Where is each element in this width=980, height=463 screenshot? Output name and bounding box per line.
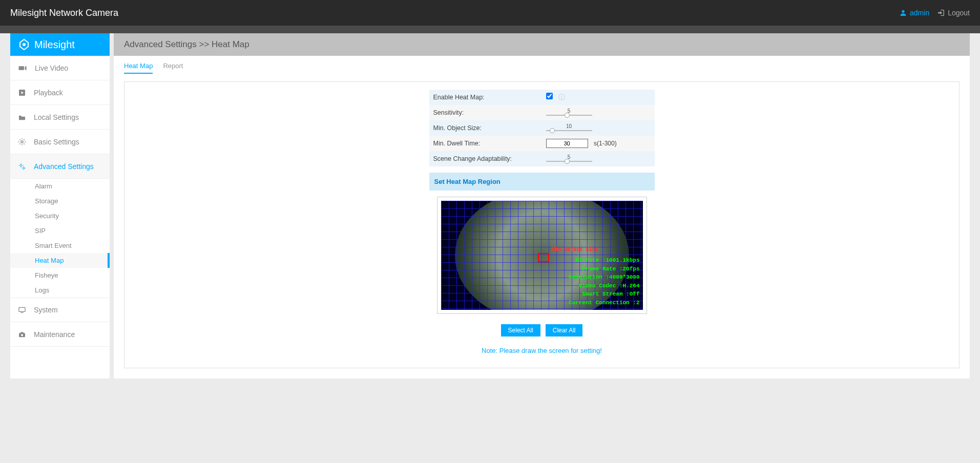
logout-label: Logout — [948, 9, 970, 17]
username-label: admin — [910, 9, 929, 17]
user-icon — [899, 9, 907, 17]
sidebar-subitems: Alarm Storage Security SIP Smart Event H… — [10, 179, 110, 298]
info-icon[interactable]: ⓘ — [558, 93, 565, 101]
svg-point-0 — [902, 10, 904, 13]
sidebar-item-advanced-settings[interactable]: Advanced Settings — [10, 154, 110, 179]
scene-change-slider[interactable]: 5 — [546, 156, 592, 162]
slider-value: 10 — [566, 123, 572, 129]
monitor-icon — [18, 306, 26, 313]
sidebar-item-label: Local Settings — [34, 113, 79, 121]
svg-rect-13 — [20, 332, 23, 333]
section-header: Set Heat Map Region — [429, 173, 655, 191]
sidebar-subitem-label: Security — [35, 212, 59, 220]
header-right: admin Logout — [899, 9, 970, 17]
svg-rect-2 — [19, 66, 25, 70]
sidebar-subitem-label: Storage — [35, 197, 58, 205]
unit-label: s(1-300) — [594, 140, 617, 147]
sidebar-subitem-security[interactable]: Security — [10, 208, 110, 223]
sidebar-item-maintenance[interactable]: Maintenance — [10, 322, 110, 347]
svg-point-12 — [21, 334, 23, 336]
sidebar-item-label: Advanced Settings — [34, 162, 94, 171]
sidebar-subitem-sip[interactable]: SIP — [10, 223, 110, 238]
app-title: Milesight Network Camera — [10, 8, 118, 18]
sidebar-subitem-logs[interactable]: Logs — [10, 283, 110, 298]
label-min-object: Min. Object Size: — [429, 120, 542, 136]
gear-icon — [18, 138, 26, 146]
sidebar-item-local-settings[interactable]: Local Settings — [10, 105, 110, 130]
sidebar-subitem-label: Smart Event — [35, 242, 72, 249]
note-text: Note: Please draw the screen for setting… — [135, 347, 949, 354]
slider-thumb[interactable] — [565, 113, 570, 118]
osd-bitrate: Bitrate :1001.1kbps — [569, 256, 640, 265]
video-camera-icon — [18, 65, 27, 72]
sidebar-item-live-video[interactable]: Live Video — [10, 56, 110, 80]
settings-panel: Enable Heat Map: ⓘ Sensitivity: 5 — [124, 81, 960, 368]
row-sensitivity: Sensitivity: 5 — [429, 105, 655, 120]
sidebar-subitem-label: Heat Map — [35, 257, 64, 264]
sidebar-item-label: Playback — [34, 89, 63, 97]
camera-icon — [18, 331, 26, 338]
osd-resolution: Resolution :4000*3000 — [569, 273, 640, 282]
sidebar-item-label: Live Video — [35, 64, 68, 72]
osd-smart: Smart Stream :Off — [569, 290, 640, 299]
sidebar-item-playback[interactable]: Playback — [10, 80, 110, 105]
tab-report[interactable]: Report — [163, 62, 183, 74]
folder-icon — [18, 114, 26, 121]
logo-text: Milesight — [34, 39, 75, 51]
row-scene-change: Scene Change Adaptability: 5 — [429, 151, 655, 166]
osd-framerate: Frame Rate :20fps — [569, 265, 640, 273]
sidebar-subitem-label: Fisheye — [35, 271, 58, 279]
sidebar: Milesight Live Video Playback Local Sett… — [10, 33, 110, 378]
heat-map-region-canvas[interactable]: Min Object Size Bitrate :1001.1kbps Fram… — [441, 201, 643, 310]
osd-red-label: Min Object Size — [552, 246, 598, 252]
content-body: Heat Map Report Enable Heat Map: ⓘ Sensi… — [114, 56, 970, 378]
min-dwell-input[interactable] — [546, 139, 588, 148]
svg-rect-9 — [19, 307, 25, 311]
sidebar-item-system[interactable]: System — [10, 298, 110, 322]
row-enable-heat-map: Enable Heat Map: ⓘ — [429, 90, 655, 105]
separator-bar — [0, 26, 980, 33]
sidebar-subitem-storage[interactable]: Storage — [10, 194, 110, 208]
sidebar-subitem-label: Logs — [35, 286, 49, 294]
preview-box: Min Object Size Bitrate :1001.1kbps Fram… — [437, 197, 647, 314]
tabs: Heat Map Report — [124, 62, 960, 74]
sidebar-subitem-label: Alarm — [35, 182, 52, 190]
label-enable: Enable Heat Map: — [429, 90, 542, 105]
sidebar-item-label: System — [34, 306, 58, 314]
sidebar-subitem-alarm[interactable]: Alarm — [10, 179, 110, 194]
user-link[interactable]: admin — [899, 9, 929, 17]
logout-icon — [937, 9, 945, 17]
logout-link[interactable]: Logout — [937, 9, 970, 17]
sidebar-item-label: Basic Settings — [34, 138, 79, 146]
row-min-object-size: Min. Object Size: 10 — [429, 120, 655, 136]
tab-heat-map[interactable]: Heat Map — [124, 62, 153, 74]
min-object-marker — [538, 253, 549, 262]
sidebar-item-basic-settings[interactable]: Basic Settings — [10, 130, 110, 154]
label-scene-change: Scene Change Adaptability: — [429, 151, 542, 166]
button-row: Select All Clear All — [135, 324, 949, 336]
svg-marker-3 — [25, 66, 27, 70]
sidebar-subitem-smart-event[interactable]: Smart Event — [10, 238, 110, 253]
label-min-dwell: Min. Dwell Time: — [429, 136, 542, 151]
sidebar-logo: Milesight — [10, 33, 110, 56]
svg-point-1 — [23, 43, 26, 46]
breadcrumb: Advanced Settings >> Heat Map — [114, 33, 970, 56]
play-icon — [18, 89, 26, 97]
select-all-button[interactable]: Select All — [501, 324, 540, 336]
svg-point-6 — [21, 141, 23, 143]
sensitivity-slider[interactable]: 5 — [546, 110, 592, 116]
sidebar-subitem-heat-map[interactable]: Heat Map — [10, 253, 110, 268]
row-min-dwell-time: Min. Dwell Time: s(1-300) — [429, 136, 655, 151]
clear-all-button[interactable]: Clear All — [546, 324, 583, 336]
slider-thumb[interactable] — [565, 159, 570, 164]
enable-heat-map-checkbox[interactable] — [546, 93, 553, 99]
sidebar-subitem-fisheye[interactable]: Fisheye — [10, 268, 110, 283]
min-object-slider[interactable]: 10 — [546, 125, 592, 131]
osd-conn: Current Connection :2 — [569, 299, 640, 307]
settings-table: Enable Heat Map: ⓘ Sensitivity: 5 — [429, 90, 655, 166]
label-sensitivity: Sensitivity: — [429, 105, 542, 120]
slider-thumb[interactable] — [550, 128, 555, 133]
gears-icon — [18, 162, 26, 171]
milesight-logo-icon — [18, 38, 30, 51]
svg-point-8 — [23, 167, 25, 169]
